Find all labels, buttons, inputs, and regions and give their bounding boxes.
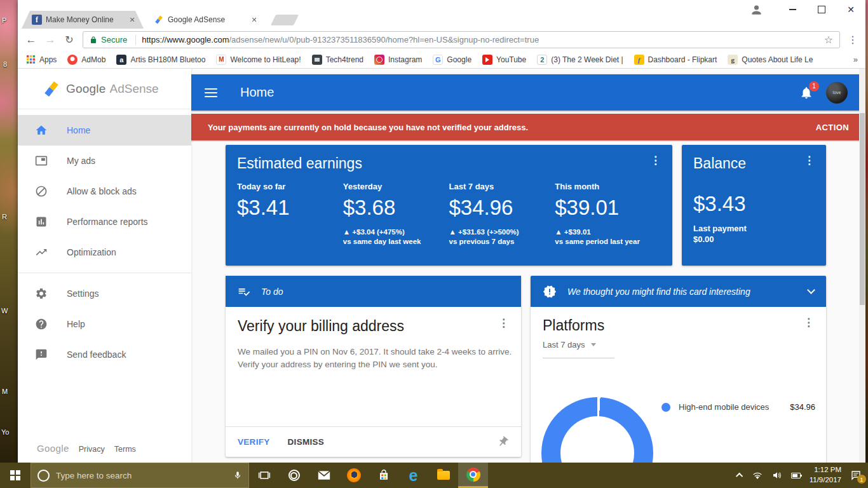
todo-header-label: To do [261,287,283,297]
verify-button[interactable]: VERIFY [238,437,270,447]
card-menu-icon[interactable] [650,155,661,166]
battery-icon[interactable] [791,473,801,478]
card-menu-icon[interactable] [803,317,814,328]
sidebar-item-home[interactable]: Home [18,115,191,146]
close-tab-icon[interactable] [249,16,259,24]
todo-card-header: To do [226,276,521,307]
platforms-title: Platforms [543,317,803,334]
balance-card: Balance $3.43 Last payment $0.00 [682,145,826,266]
stat-value: $3.41 [237,196,343,220]
secure-lock-icon[interactable] [90,36,97,44]
forward-icon[interactable] [41,34,60,46]
bookmark-youtube[interactable]: YouTube [482,55,526,65]
browser-menu-icon[interactable] [844,34,862,46]
adsense-logo: Google AdSense [18,69,191,109]
sidebar-item-my-ads[interactable]: My ads [18,146,191,176]
new-tab-button[interactable] [271,15,299,25]
menu-hamburger-icon[interactable] [205,88,217,97]
bookmarks-overflow-icon[interactable] [853,55,858,64]
action-center-icon[interactable]: 1 [850,470,862,481]
sidebar-item-optimization[interactable]: Optimization [18,237,191,268]
trending-up-icon [35,246,48,259]
bookmark-label: Artis BH180M Bluetoo [130,55,205,64]
tab-make-money-online[interactable]: Make Money Online [22,11,144,29]
mail-app-icon[interactable] [309,463,339,488]
bookmark-apps[interactable]: Apps [25,55,57,65]
privacy-link[interactable]: Privacy [79,445,105,454]
search-input[interactable] [56,471,227,480]
microphone-icon[interactable] [233,470,242,480]
sidebar-item-allow-block-ads[interactable]: Allow & block ads [18,176,191,207]
app-header: Home 1 love [191,74,865,111]
file-explorer-icon[interactable] [428,463,458,488]
maximize-button[interactable] [807,0,836,19]
bar-chart-icon [35,215,48,228]
last-payment-value: $0.00 [693,234,815,244]
card-menu-icon[interactable] [498,318,509,329]
recorder-app-icon[interactable] [279,463,309,488]
bookmark-admob[interactable]: AdMob [67,55,105,65]
todo-title: Verify your billing address [238,318,498,335]
desktop-icon-label-fragment: W [1,307,8,315]
page-scrollbar[interactable] [859,69,865,463]
stat-delta: ▲ +$3.04 (+475%) [343,228,449,236]
sidebar-item-performance-reports[interactable]: Performance reports [18,207,191,237]
card-menu-icon[interactable] [804,155,815,166]
chrome-taskbar-icon[interactable] [458,463,488,488]
tray-expand-icon[interactable] [736,473,743,480]
scrollbar-thumb[interactable] [860,113,865,305]
stat-value: $3.68 [343,196,449,220]
sidebar-item-help[interactable]: Help [18,309,191,339]
home-icon [35,124,48,137]
taskbar-clock[interactable]: 1:12 PM 11/9/2017 [810,465,841,485]
stat-delta: ▲ +$31.63 (+>500%) [449,228,555,236]
url-separator [135,35,136,45]
address-bar[interactable]: Secure https://www.google.com /adsense/n… [83,31,840,48]
desktop-icon-label-fragment: P [2,17,6,24]
bookmark-google[interactable]: Google [433,55,471,65]
sidebar-item-send-feedback[interactable]: Send feedback [18,339,191,370]
sidebar-item-label: Allow & block ads [67,186,137,196]
sidebar: Google AdSense Home My ads Allow & block… [18,69,191,463]
bookmark-hitleap[interactable]: Welcome to HitLeap! [216,55,301,65]
close-tab-icon[interactable] [127,16,137,24]
tab-google-adsense[interactable]: Google AdSense [144,11,266,29]
bookmark-instagram[interactable]: Instagram [374,55,422,65]
back-icon[interactable] [22,34,41,46]
header-actions: 1 love [799,82,848,104]
bookmark-star-icon[interactable] [824,34,833,46]
platforms-body: Platforms Last 7 days High-end mobile de… [531,307,826,463]
desktop-icon-label-fragment: M [2,388,8,395]
notifications-bell-icon[interactable]: 1 [799,86,813,100]
bookmark-artis[interactable]: Artis BH180M Bluetoo [116,55,205,65]
microsoft-store-icon[interactable] [369,463,398,488]
terms-link[interactable]: Terms [114,445,136,454]
volume-icon[interactable] [772,471,782,480]
bookmark-tech4trend[interactable]: Tech4trend [312,55,363,65]
firefox-icon[interactable] [339,463,369,488]
start-button[interactable] [0,463,31,488]
profile-icon[interactable] [750,4,763,16]
taskbar-search[interactable] [31,463,249,488]
bookmark-flipkart[interactable]: Dashboard - Flipkart [634,55,717,65]
flipkart-icon [634,55,644,65]
wifi-icon[interactable] [752,471,763,480]
chevron-down-icon[interactable] [807,286,815,294]
minimize-button[interactable] [778,0,807,19]
browser-window: Make Money Online Google AdSense [18,0,865,463]
date-range-dropdown[interactable]: Last 7 days [543,340,814,349]
url-origin: https://www.google.com [142,35,229,44]
close-button[interactable] [836,0,865,19]
reload-icon[interactable] [60,34,79,46]
bookmark-goodreads[interactable]: Quotes About Life Le [728,55,813,65]
edge-icon[interactable]: e [398,463,428,488]
dismiss-button[interactable]: DISMISS [288,437,325,447]
task-view-button[interactable] [249,463,279,488]
user-avatar[interactable]: love [826,82,848,104]
diet-icon [537,55,547,65]
sidebar-item-settings[interactable]: Settings [18,278,191,309]
bookmark-diet[interactable]: (3) The 2 Week Diet | [537,55,623,65]
alert-action-button[interactable]: ACTION [816,123,849,132]
pin-icon[interactable] [494,433,512,451]
card-title: Balance [693,155,804,172]
